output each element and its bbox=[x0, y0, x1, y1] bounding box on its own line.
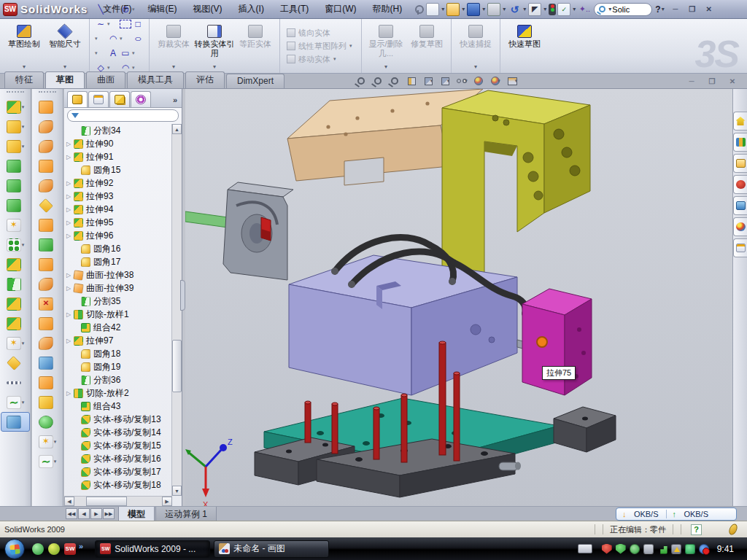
tree-item[interactable]: ▷ 拉伸96 bbox=[64, 229, 172, 242]
health-monitor-icon[interactable] bbox=[685, 544, 695, 554]
tree-item[interactable]: ▷ 实体-移动/复制15 bbox=[64, 439, 172, 452]
scroll-right-arrow[interactable]: ▶ bbox=[162, 497, 172, 506]
tree-item[interactable]: ▷ 圆角17 bbox=[64, 255, 172, 268]
undo-icon[interactable]: ↺ bbox=[508, 3, 521, 16]
combine-icon[interactable]: ▾ bbox=[1, 294, 30, 314]
trim-entities-button[interactable]: 剪裁实体 ▾ bbox=[153, 22, 194, 70]
view-palette-icon[interactable] bbox=[733, 196, 747, 215]
rapid-sketch-button[interactable]: 快速草图 bbox=[504, 22, 545, 70]
quick-launch-chevron[interactable]: » bbox=[79, 542, 83, 551]
ruled-surface-icon[interactable]: ▾ bbox=[33, 274, 62, 294]
tree-item[interactable]: ▷ 切除-放样1 bbox=[64, 308, 172, 321]
apply-scene-icon[interactable]: ▾ bbox=[489, 75, 502, 87]
freeform-icon[interactable]: ▾ bbox=[33, 235, 62, 254]
solidworks-quick-icon[interactable]: SW bbox=[64, 543, 76, 555]
command-tab[interactable]: 模具工具 bbox=[127, 71, 184, 88]
extend-surface-icon[interactable]: ▾ bbox=[33, 353, 62, 373]
menu-item[interactable]: 插入(I) bbox=[231, 0, 272, 18]
move-copy-bodies-icon[interactable]: ▾ bbox=[1, 314, 30, 333]
appearance-icon[interactable]: ✦.. bbox=[578, 3, 591, 16]
document-tab[interactable]: 模型 bbox=[118, 507, 155, 521]
status-help-icon[interactable]: ? bbox=[691, 524, 702, 535]
tree-item[interactable]: ▷ 曲面-拉伸39 bbox=[64, 281, 172, 295]
linear-pattern-icon[interactable]: ▾ bbox=[1, 235, 30, 254]
menu-item[interactable]: 窗口(W) bbox=[317, 0, 364, 18]
language-bar-keyboard-icon[interactable] bbox=[578, 544, 592, 553]
prev-tab-button[interactable]: ◀ bbox=[78, 508, 90, 519]
tree-filter-input[interactable] bbox=[67, 109, 179, 122]
close-button[interactable]: ✕ bbox=[702, 4, 716, 15]
tree-item[interactable]: ▷ 拉伸94 bbox=[64, 203, 172, 216]
section-view-icon[interactable]: ▾ bbox=[406, 75, 418, 87]
zoom-to-fit-icon[interactable]: ▾ bbox=[355, 75, 368, 87]
tree-horizontal-scrollbar[interactable]: ◀ ▶ bbox=[64, 496, 172, 506]
tree-item[interactable]: ▷ 切除-放样2 bbox=[64, 386, 172, 400]
boss-extrude-icon[interactable]: ▾ bbox=[1, 97, 30, 117]
home-icon[interactable] bbox=[733, 112, 747, 131]
minimize-button[interactable]: ─ bbox=[668, 4, 683, 15]
delete-face-icon[interactable]: ▾ bbox=[33, 294, 62, 314]
doc-minimize-button[interactable]: ─ bbox=[684, 76, 699, 87]
security-shield-icon[interactable] bbox=[602, 544, 612, 554]
system-optimizer-icon[interactable] bbox=[630, 544, 640, 554]
command-tab[interactable]: 特征 bbox=[4, 71, 44, 88]
tree-item[interactable]: ▷ 实体-移动/复制18 bbox=[64, 478, 172, 491]
tree-item[interactable]: ▷ 曲面-拉伸38 bbox=[64, 268, 172, 281]
line-tool-icon[interactable]: ╲ bbox=[95, 4, 107, 15]
menu-item[interactable]: 视图(V) bbox=[185, 0, 231, 18]
tree-item[interactable]: ▷ 拉伸97 bbox=[64, 334, 172, 347]
doc-close-button[interactable]: ✕ bbox=[725, 76, 740, 87]
taskbar-window-button[interactable]: 未命名 - 画图 bbox=[214, 540, 329, 558]
configuration-manager-tab[interactable] bbox=[109, 91, 130, 107]
network-signal-icon[interactable] bbox=[657, 544, 667, 554]
panel-overflow-chevron[interactable]: » bbox=[169, 96, 182, 107]
smart-dimension-button[interactable]: 智能尺寸 ▾ bbox=[44, 22, 85, 70]
reference-geometry-icon[interactable]: ▾ bbox=[33, 432, 62, 451]
swept-boss-icon[interactable]: ▾ bbox=[1, 156, 30, 176]
view-settings-icon[interactable]: ▾ bbox=[506, 75, 519, 87]
knit-surface-icon[interactable]: ▾ bbox=[33, 373, 62, 392]
feature-manager-tab[interactable] bbox=[67, 91, 88, 107]
lofted-boss-icon[interactable]: ▾ bbox=[1, 195, 30, 215]
repair-sketch-button[interactable]: 修复草图 bbox=[406, 22, 447, 70]
rectangle-tool-icon[interactable]: □ bbox=[132, 19, 144, 29]
scroll-down-arrow[interactable]: ▼ bbox=[172, 486, 182, 496]
toolbar-grip[interactable] bbox=[7, 91, 24, 94]
tree-item[interactable]: ▷ 圆角18 bbox=[64, 347, 172, 360]
volume-icon[interactable] bbox=[643, 544, 654, 554]
extruded-cut-icon[interactable]: ▾ bbox=[1, 117, 30, 136]
tree-item[interactable]: ▷ 分割36 bbox=[64, 373, 172, 386]
file-explorer-icon[interactable] bbox=[733, 154, 747, 173]
start-button[interactable] bbox=[4, 539, 25, 559]
tree-item[interactable]: ▷ 拉伸91 bbox=[64, 150, 172, 163]
fillet-surface-icon[interactable]: ▾ bbox=[33, 392, 62, 412]
toolbar-grip[interactable] bbox=[39, 91, 56, 94]
network-monitor-widget[interactable]: ↓ OKB/S ↑ OKB/S bbox=[616, 508, 737, 521]
first-tab-button[interactable]: ◀◀ bbox=[66, 508, 77, 519]
command-tab[interactable]: DimXpert bbox=[226, 74, 285, 88]
quick-snaps-button[interactable]: 快速捕捉 ▾ bbox=[455, 22, 496, 70]
model-canvas[interactable]: Y Z X bbox=[185, 89, 732, 506]
appearances-scenes-icon[interactable] bbox=[733, 217, 747, 236]
selection-box-icon[interactable] bbox=[120, 20, 131, 28]
trim-surface-icon[interactable]: ▾ bbox=[33, 333, 62, 353]
sync-status-icon[interactable] bbox=[699, 544, 709, 554]
replace-face-icon[interactable]: ▾ bbox=[33, 314, 62, 333]
offset-entities-button[interactable]: 等距实体 bbox=[235, 22, 276, 70]
tree-item[interactable]: ▷ 组合43 bbox=[64, 400, 172, 413]
tree-item[interactable]: ▷ 实体-移动/复制13 bbox=[64, 413, 172, 426]
search-input[interactable] bbox=[612, 5, 647, 14]
document-tab[interactable]: 运动算例 1 bbox=[155, 507, 217, 521]
planar-surface-icon[interactable]: ▾ bbox=[33, 195, 62, 215]
property-manager-tab[interactable] bbox=[88, 91, 109, 107]
tree-item[interactable]: ▷ 分割34 bbox=[64, 124, 172, 137]
offset-surface-icon[interactable]: ▾ bbox=[33, 215, 62, 235]
tree-item[interactable]: ▷ 拉伸93 bbox=[64, 190, 172, 203]
arc-tool-icon[interactable]: ◠ bbox=[107, 34, 119, 44]
display-style-icon[interactable]: ▾ bbox=[439, 75, 452, 87]
design-library-icon[interactable] bbox=[733, 133, 747, 152]
tree-item[interactable]: ▷ 实体-移动/复制16 bbox=[64, 452, 172, 465]
tree-item[interactable]: ▷ 拉伸92 bbox=[64, 176, 172, 190]
split-icon[interactable]: ▾ bbox=[1, 274, 30, 294]
rebuild-icon[interactable] bbox=[549, 4, 556, 15]
